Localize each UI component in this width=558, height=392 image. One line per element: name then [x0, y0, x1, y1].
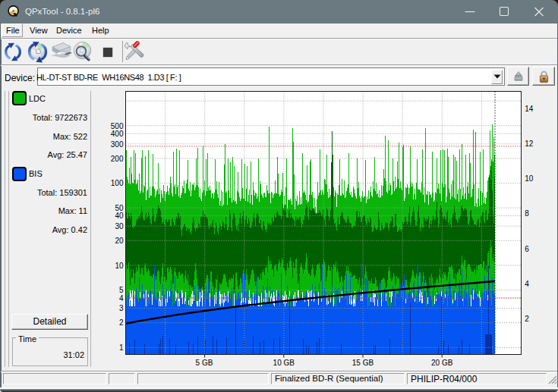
svg-text:10: 10 [525, 174, 534, 183]
svg-text:500: 500 [111, 122, 124, 130]
svg-text:3: 3 [119, 304, 124, 312]
svg-text:20 GB: 20 GB [431, 359, 453, 367]
svg-text:4: 4 [525, 280, 529, 288]
svg-text:10 GB: 10 GB [273, 359, 295, 367]
svg-text:20: 20 [115, 237, 124, 245]
svg-text:4: 4 [119, 294, 124, 303]
svg-text:30: 30 [115, 222, 124, 230]
svg-text:40: 40 [115, 212, 124, 220]
svg-text:15 GB: 15 GB [352, 359, 374, 367]
svg-text:400: 400 [111, 130, 124, 138]
svg-text:8: 8 [525, 209, 529, 218]
svg-text:2: 2 [119, 318, 124, 327]
svg-text:10: 10 [115, 262, 124, 270]
svg-text:12: 12 [525, 140, 534, 148]
svg-text:5: 5 [119, 286, 124, 294]
svg-text:50: 50 [115, 204, 124, 212]
svg-text:100: 100 [111, 179, 124, 187]
svg-text:2: 2 [525, 315, 529, 323]
svg-text:200: 200 [111, 155, 124, 163]
svg-text:14: 14 [525, 105, 534, 113]
svg-text:6: 6 [525, 245, 529, 253]
svg-text:300: 300 [111, 140, 124, 149]
svg-text:1: 1 [119, 343, 124, 352]
svg-text:5 GB: 5 GB [196, 359, 213, 367]
